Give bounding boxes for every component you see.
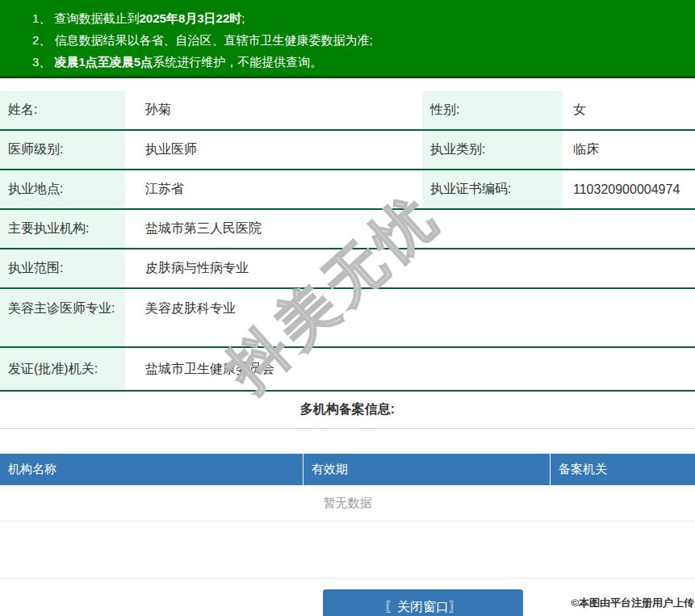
field-value-practice-location: 江苏省 xyxy=(125,170,422,208)
field-value-name: 孙菊 xyxy=(125,91,422,129)
field-label-issuing-authority: 发证(批准)机关: xyxy=(0,348,125,390)
notice-3-text: 3、 xyxy=(32,55,55,69)
table-row: 主要执业机构: 盐城市第三人民医院 xyxy=(0,210,695,249)
field-label-practice-scope: 执业范围: xyxy=(0,249,125,287)
divider xyxy=(0,522,695,579)
field-value-practice-category: 临床 xyxy=(563,131,695,169)
field-label-gender: 性别: xyxy=(422,91,563,129)
field-value-main-institution: 盐城市第三人民医院 xyxy=(125,210,695,248)
table-row: 医师级别: 执业医师 执业类别: 临床 xyxy=(0,131,695,170)
field-label-practice-location: 执业地点: xyxy=(0,170,125,208)
notice-line-3: 3、 凌晨1点至凌晨5点系统进行维护，不能提供查询。 xyxy=(32,51,695,73)
close-window-button[interactable]: 〖关闭窗口〗 xyxy=(323,589,523,616)
column-header-validity-period: 有效期 xyxy=(304,454,551,485)
column-header-institution-name: 机构名称 xyxy=(0,454,304,485)
notice-2-text: 2、 信息数据结果以各省、自治区、直辖市卫生健康委数据为准; xyxy=(32,33,373,47)
field-value-gender: 女 xyxy=(563,91,695,129)
practitioner-info-table: 姓名: 孙菊 性别: 女 医师级别: 执业医师 执业类别: 临床 执业地点: 江… xyxy=(0,91,695,392)
table-row: 美容主诊医师专业: 美容皮肤科专业 xyxy=(0,289,695,348)
notice-3-bold: 凌晨1点至凌晨5点 xyxy=(55,55,153,69)
table-row: 姓名: 孙菊 性别: 女 xyxy=(0,91,695,131)
field-label-name: 姓名: xyxy=(0,91,125,129)
notice-1-suffix: ; xyxy=(241,11,245,25)
notice-3-suffix: 系统进行维护，不能提供查询。 xyxy=(153,55,322,69)
license-query-result-page: 1、 查询数据截止到2025年8月3日22时; 2、 信息数据结果以各省、自治区… xyxy=(0,0,695,616)
field-label-cosmetic-specialty: 美容主诊医师专业: xyxy=(0,289,125,346)
multi-institution-section-title: 多机构备案信息: xyxy=(0,392,695,429)
table-row: 执业范围: 皮肤病与性病专业 xyxy=(0,249,695,289)
notice-line-1: 1、 查询数据截止到2025年8月3日22时; xyxy=(32,7,695,29)
footer: 〖关闭窗口〗 ©本图由平台注册用户上传 xyxy=(0,579,695,614)
field-value-issuing-authority: 盐城市卫生健康委员会 xyxy=(125,348,695,390)
notice-1-text: 1、 查询数据截止到 xyxy=(32,11,140,25)
notice-1-bold: 2025年8月3日22时 xyxy=(140,11,242,25)
column-header-filing-authority: 备案机关 xyxy=(551,454,695,485)
field-label-practice-category: 执业类别: xyxy=(422,131,563,169)
upload-attribution-note: ©本图由平台注册用户上传 xyxy=(571,596,694,610)
notice-line-2: 2、 信息数据结果以各省、自治区、直辖市卫生健康委数据为准; xyxy=(32,29,695,51)
notice-banner: 1、 查询数据截止到2025年8月3日22时; 2、 信息数据结果以各省、自治区… xyxy=(0,0,695,78)
field-label-certificate-number: 执业证书编码: xyxy=(422,170,563,208)
records-table-header: 机构名称 有效期 备案机关 xyxy=(0,454,695,485)
empty-data-placeholder: 暂无数据 xyxy=(0,485,695,522)
field-value-certificate-number: 110320900004974 xyxy=(563,170,695,208)
field-label-main-institution: 主要执业机构: xyxy=(0,210,125,248)
field-value-cosmetic-specialty: 美容皮肤科专业 xyxy=(125,289,695,346)
table-row: 发证(批准)机关: 盐城市卫生健康委员会 xyxy=(0,348,695,392)
table-row: 执业地点: 江苏省 执业证书编码: 110320900004974 xyxy=(0,170,695,210)
records-table: 机构名称 有效期 备案机关 暂无数据 xyxy=(0,454,695,522)
field-label-doctor-level: 医师级别: xyxy=(0,131,125,169)
field-value-practice-scope: 皮肤病与性病专业 xyxy=(125,249,695,287)
field-value-doctor-level: 执业医师 xyxy=(125,131,422,169)
